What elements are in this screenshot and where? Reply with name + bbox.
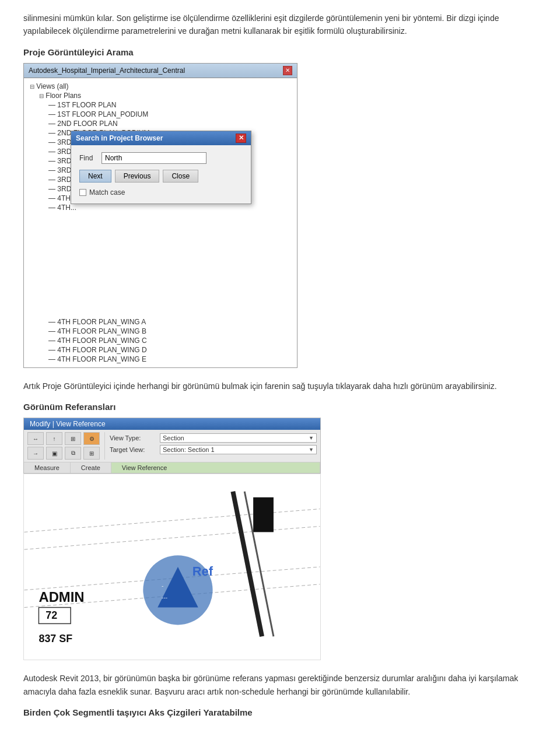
arrow-left-icon[interactable]: → (27, 447, 44, 460)
find-input[interactable] (102, 152, 206, 164)
find-label: Find (79, 154, 97, 162)
project-browser-window: Autodesk_Hospital_Imperial_Architectural… (23, 63, 298, 368)
search-dialog-body: Find Next Previous Close Match case (71, 145, 251, 204)
measure-left-icon[interactable]: ↔ (27, 432, 44, 445)
admin-label: ADMIN (38, 589, 84, 605)
view-ref-container: Modify | View Reference ↔ ↑ ⊞ ⚙ → ▣ ⧉ ⊞ (23, 418, 321, 660)
measure-up-icon[interactable]: ↑ (46, 432, 62, 445)
search-dialog-close-button[interactable]: ✕ (236, 134, 246, 143)
target-view-row: Target View: Section: Section 1 ▼ (110, 445, 317, 454)
svg-text:-: - (162, 583, 163, 589)
tree-item-16[interactable]: — 4TH FLOOR PLAN_WING E (27, 355, 293, 364)
ribbon-fields: View Type: Section ▼ Target View: Sectio… (110, 432, 317, 460)
next-button[interactable]: Next (79, 170, 111, 183)
create-icon[interactable]: ⊞ (65, 432, 81, 445)
mid-paragraph: Artık Proje Görüntüleyici içinde herhang… (23, 380, 537, 392)
ribbon-bar: Modify | View Reference ↔ ↑ ⊞ ⚙ → ▣ ⧉ ⊞ (23, 418, 321, 474)
tree-item-15[interactable]: — 4TH FLOOR PLAN_WING D (27, 345, 293, 355)
target-view-dropdown-icon: ▼ (309, 447, 314, 453)
area-label: 837 SF (38, 633, 72, 644)
bottom-paragraph: Autodesk Revit 2013, bir görünümün başka… (23, 672, 537, 698)
section-heading-2: Görünüm Referansları (23, 402, 537, 412)
gear-icon[interactable]: ⚙ (83, 432, 100, 445)
grid-icon[interactable]: ⊞ (83, 447, 100, 460)
tree-item-0[interactable]: — 1ST FLOOR PLAN (27, 100, 293, 110)
browser-title: Autodesk_Hospital_Imperial_Architectural… (29, 66, 185, 75)
section-heading-1: Proje Görüntüleyici Arama (23, 47, 537, 57)
search-dialog-title: Search in Project Browser (76, 134, 163, 142)
ribbon-bottom: Measure Create View Reference (24, 462, 320, 473)
view-type-label: View Type: (110, 434, 156, 441)
measure-bottom-label: Measure (24, 462, 71, 473)
create-bottom-label: Create (71, 462, 111, 473)
view-type-dropdown-icon: ▼ (309, 435, 314, 441)
tree-item-12[interactable]: — 4TH FLOOR PLAN_WING A (27, 317, 293, 327)
search-find-row: Find (79, 152, 243, 164)
ribbon-title: Modify | View Reference (24, 418, 320, 430)
tree-item-14[interactable]: — 4TH FLOOR PLAN_WING C (27, 336, 293, 345)
ref-text: Ref (192, 564, 214, 579)
tree-item-1[interactable]: — 1ST FLOOR PLAN_PODIUM (27, 110, 293, 119)
tool-row-1: ↔ ↑ ⊞ ⚙ (27, 432, 100, 445)
view-type-select[interactable]: Section ▼ (160, 433, 317, 443)
tree-item-2[interactable]: — 2ND FLOOR PLAN (27, 119, 293, 128)
intro-paragraph: silinmesini mümkün kılar. Son geliştirme… (23, 12, 537, 38)
target-view-label: Target View: (110, 446, 156, 453)
box-icon[interactable]: ▣ (46, 447, 62, 460)
tree-floorplans-item[interactable]: ⊟ Floor Plans (27, 91, 293, 100)
target-view-value: Section: Section 1 (163, 446, 215, 453)
browser-close-button[interactable]: ✕ (283, 66, 292, 75)
view-type-value: Section (163, 434, 184, 441)
tree-item-13[interactable]: — 4TH FLOOR PLAN_WING B (27, 327, 293, 336)
section-heading-3: Birden Çok Segmentli taşıyıcı Aks Çizgil… (23, 707, 537, 717)
ribbon-content: ↔ ↑ ⊞ ⚙ → ▣ ⧉ ⊞ View Type: Section (24, 430, 320, 462)
tree-root-item[interactable]: ⊟ Views (all) (27, 82, 293, 91)
browser-titlebar: Autodesk_Hospital_Imperial_Architectural… (24, 64, 297, 78)
match-case-checkbox[interactable] (79, 189, 86, 196)
close-search-button[interactable]: Close (163, 170, 198, 183)
search-dialog: Search in Project Browser ✕ Find Next Pr… (71, 131, 251, 204)
tree-item-11[interactable]: — 4TH... (27, 203, 293, 212)
ribbon-left-tools: ↔ ↑ ⊞ ⚙ → ▣ ⧉ ⊞ (27, 432, 105, 460)
svg-text:---: --- (162, 594, 167, 601)
search-dialog-titlebar: Search in Project Browser ✕ (71, 131, 251, 145)
target-view-select[interactable]: Section: Section 1 ▼ (160, 445, 317, 454)
previous-button[interactable]: Previous (115, 170, 160, 183)
search-buttons-row: Next Previous Close (79, 170, 243, 183)
drawing-svg: - --- Ref ADMIN 72 837 SF (24, 474, 320, 660)
match-case-row: Match case (79, 188, 243, 197)
copy-icon[interactable]: ⧉ (65, 447, 81, 460)
view-reference-bottom-label: View Reference (111, 462, 320, 473)
view-type-row: View Type: Section ▼ (110, 433, 317, 443)
drawing-area: - --- Ref ADMIN 72 837 SF (23, 474, 321, 660)
browser-content: ⊟ Views (all) ⊟ Floor Plans — 1ST FLOOR … (24, 78, 297, 367)
svg-rect-7 (253, 497, 274, 532)
tool-row-2: → ▣ ⧉ ⊞ (27, 447, 100, 460)
num-label: 72 (46, 610, 57, 622)
match-case-label: Match case (89, 188, 125, 197)
